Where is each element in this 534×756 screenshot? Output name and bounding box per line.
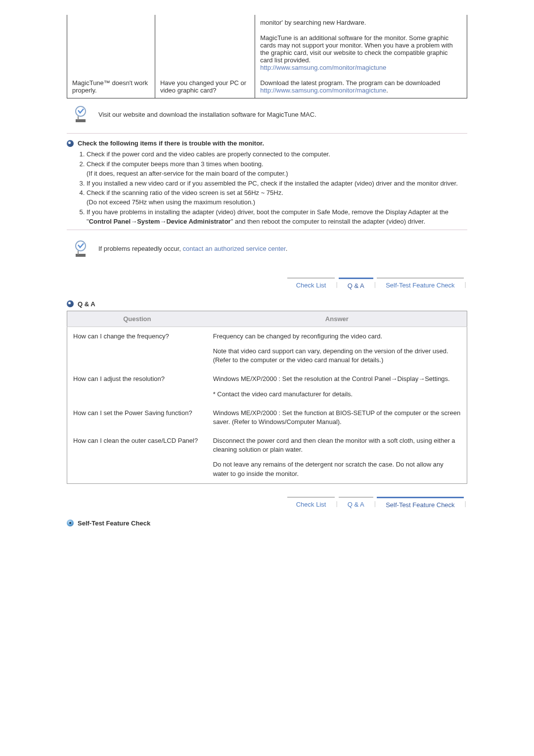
tab-nav: Check List | Q & A | Self-Test Feature C…: [67, 278, 467, 291]
bullet-icon: [67, 140, 74, 147]
table-text: .: [386, 87, 388, 94]
service-center-link[interactable]: contact an authorized service center: [183, 245, 286, 252]
qa-th-question: Question: [67, 311, 207, 327]
note-icon: [71, 105, 90, 123]
list-text: Check if the power cord and the video ca…: [87, 150, 330, 158]
table-cell: [67, 30, 155, 75]
tab-checklist[interactable]: Check List: [287, 278, 335, 291]
table-cell: Download the latest program. The program…: [255, 75, 467, 98]
bullet-icon: [67, 300, 74, 307]
checklist: Check if the power cord and the video ca…: [67, 150, 467, 227]
table-text: Download the latest program. The program…: [260, 79, 440, 87]
table-text: MagicTune™ doesn't work properly.: [72, 79, 148, 94]
list-text: (Do not exceed 75Hz when using the maxim…: [87, 198, 255, 206]
page-container: monitor' by searching new Hardware. Magi…: [52, 15, 482, 527]
list-text-bold: Control Panel→System→Device Administrato…: [89, 218, 231, 225]
qa-answer-text: Frequency can be changed by reconfigurin…: [213, 332, 461, 341]
qa-answer-text: * Contact the video card manufacturer fo…: [213, 390, 461, 399]
qa-th-answer: Answer: [207, 311, 467, 327]
table-cell: [155, 15, 255, 30]
list-text: (If it does, request an after-service fo…: [87, 170, 288, 177]
heading-text: Check the following items if there is tr…: [78, 140, 264, 147]
table-cell: monitor' by searching new Hardware.: [255, 15, 467, 30]
table-cell: [67, 15, 155, 30]
tab-selftest[interactable]: Self-Test Feature Check: [377, 278, 463, 291]
qa-answer-text: Note that video card support can vary, d…: [213, 347, 461, 365]
list-item: If you have problems in installing the a…: [87, 208, 467, 227]
list-item: If you installed a new video card or if …: [87, 179, 467, 189]
heading-text: Q & A: [78, 300, 95, 308]
content-area: monitor' by searching new Hardware. Magi…: [52, 15, 482, 527]
table-text: Have you changed your PC or video graphi…: [160, 79, 246, 94]
qa-answer: Frequency can be changed by reconfigurin…: [207, 327, 467, 370]
separator: |: [335, 500, 338, 507]
table-text: MagicTune is an additional software for …: [260, 34, 452, 64]
note-text: If problems repeatedly occur, contact an…: [98, 245, 287, 252]
tab-nav: Check List | Q & A | Self-Test Feature C…: [67, 497, 467, 511]
separator: |: [464, 281, 467, 288]
separator: |: [373, 281, 377, 288]
tab-qa[interactable]: Q & A: [339, 278, 373, 291]
note-prefix: If problems repeatedly occur,: [98, 245, 183, 252]
svg-rect-4: [76, 254, 86, 257]
qa-question: How can I set the Power Saving function?: [67, 404, 207, 431]
svg-rect-2: [78, 116, 79, 120]
selftest-heading: Self-Test Feature Check: [67, 520, 467, 527]
separator: |: [373, 500, 377, 507]
heading-text: Self-Test Feature Check: [78, 520, 150, 527]
qa-answer-text: Windows ME/XP/2000 : Set the function at…: [213, 409, 461, 426]
svg-rect-1: [76, 119, 86, 122]
separator: |: [335, 281, 338, 288]
note-text: Visit our website and download the insta…: [98, 111, 316, 118]
qa-question: How can I clean the outer case/LCD Panel…: [67, 431, 207, 483]
table-text: monitor' by searching new Hardware.: [260, 19, 366, 26]
qa-question: How can I change the frequency?: [67, 327, 207, 370]
list-text: Check if the computer beeps more than 3 …: [87, 160, 264, 168]
list-text: If you installed a new video card or if …: [87, 180, 458, 187]
svg-rect-5: [78, 251, 79, 255]
table-cell: Have you changed your PC or video graphi…: [155, 75, 255, 98]
table-cell: [155, 30, 255, 75]
tab-qa[interactable]: Q & A: [339, 497, 373, 511]
troubleshoot-table: monitor' by searching new Hardware. Magi…: [67, 15, 467, 98]
note-icon: [71, 240, 90, 258]
table-row: How can I adjust the resolution? Windows…: [67, 370, 467, 403]
bullet-icon: [67, 520, 74, 526]
tab-checklist[interactable]: Check List: [287, 497, 335, 511]
note-box: Visit our website and download the insta…: [67, 98, 467, 130]
list-text: Check if the scanning ratio of the video…: [87, 189, 283, 196]
separator: |: [464, 500, 467, 507]
note-box: If problems repeatedly occur, contact an…: [67, 233, 467, 265]
qa-answer-text: Windows ME/XP/2000 : Set the resolution …: [213, 375, 461, 383]
qa-heading: Q & A: [67, 300, 467, 308]
qa-answer: Windows ME/XP/2000 : Set the function at…: [207, 404, 467, 431]
magictune-link[interactable]: http://www.samsung.com/monitor/magictune: [260, 64, 386, 71]
table-row: How can I clean the outer case/LCD Panel…: [67, 431, 467, 483]
table-cell: MagicTune is an additional software for …: [255, 30, 467, 75]
note-suffix: .: [286, 245, 288, 252]
divider: [67, 230, 467, 230]
list-item: Check if the computer beeps more than 3 …: [87, 160, 467, 179]
list-item: Check if the power cord and the video ca…: [87, 150, 467, 159]
list-item: Check if the scanning ratio of the video…: [87, 189, 467, 207]
qa-question: How can I adjust the resolution?: [67, 370, 207, 403]
table-row: How can I set the Power Saving function?…: [67, 404, 467, 431]
checklist-heading: Check the following items if there is tr…: [67, 140, 467, 147]
tab-selftest[interactable]: Self-Test Feature Check: [377, 497, 463, 511]
divider: [67, 133, 467, 134]
qa-answer-text: Do not leave any remains of the detergen…: [213, 460, 461, 478]
qa-table: Question Answer How can I change the fre…: [67, 311, 467, 484]
magictune-link[interactable]: http://www.samsung.com/monitor/magictune: [260, 87, 386, 94]
table-row: How can I change the frequency? Frequenc…: [67, 327, 467, 370]
qa-answer: Disconnect the power cord and then clean…: [207, 431, 467, 483]
table-cell: MagicTune™ doesn't work properly.: [67, 75, 155, 98]
list-text: " and then reboot the computer to reinst…: [231, 218, 425, 225]
qa-answer-text: Disconnect the power cord and then clean…: [213, 436, 461, 454]
qa-answer: Windows ME/XP/2000 : Set the resolution …: [207, 370, 467, 403]
